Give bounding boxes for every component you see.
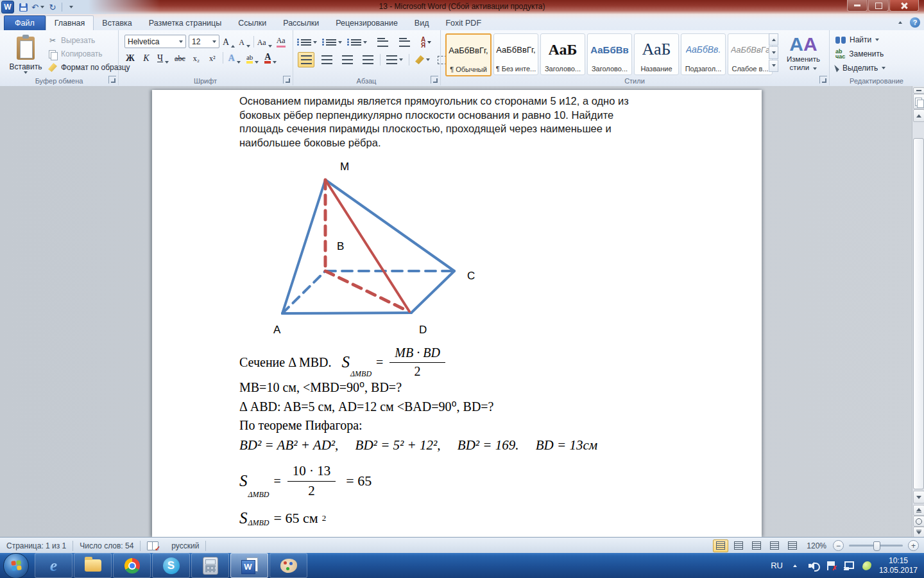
find-button[interactable]: Найти: [835, 35, 886, 44]
document-page[interactable]: Основанием пирамиды является прямоугольн…: [152, 90, 762, 537]
start-button[interactable]: [3, 553, 29, 578]
view-web-layout-button[interactable]: [749, 539, 764, 552]
paragraph-line: наибольшее боковые рёбра.: [239, 136, 629, 150]
multilevel-list-button[interactable]: [349, 35, 369, 50]
replace-button[interactable]: abчac Заменить: [835, 49, 886, 59]
page-number-indicator[interactable]: Страница: 1 из 1: [0, 538, 73, 554]
align-center-button[interactable]: [318, 52, 335, 67]
previous-page-button[interactable]: [913, 505, 924, 516]
vertical-scrollbar[interactable]: [912, 86, 924, 537]
ruler-toggle-button[interactable]: [913, 94, 924, 109]
word-count-indicator[interactable]: Число слов: 54: [73, 538, 140, 554]
clipboard-dialog-launcher[interactable]: [108, 76, 116, 83]
view-fullscreen-reading-button[interactable]: [731, 539, 746, 552]
style-no-spacing[interactable]: АаБбВвГг, ¶ Без инте...: [493, 33, 538, 75]
clock[interactable]: 10:15 13.05.2017: [879, 556, 918, 575]
taskbar-internet-explorer[interactable]: e: [35, 553, 73, 578]
style-subtle-emphasis[interactable]: АаБбВвГг Слабое в...: [728, 33, 773, 75]
numbering-button[interactable]: [324, 35, 344, 50]
style-subtitle[interactable]: АаБбВв. Подзагол...: [681, 33, 726, 75]
split-handle[interactable]: [913, 87, 924, 94]
taskbar-chrome[interactable]: [113, 553, 151, 578]
shading-button[interactable]: [413, 52, 432, 67]
tab-foxit-pdf[interactable]: Foxit PDF: [437, 16, 490, 30]
styles-dialog-launcher[interactable]: [819, 76, 827, 83]
paste-button[interactable]: Вставить: [5, 34, 46, 82]
sort-button[interactable]: АЯ: [418, 35, 434, 50]
zoom-slider-thumb[interactable]: [873, 541, 880, 551]
view-outline-button[interactable]: [767, 539, 782, 552]
text-effects-button[interactable]: А: [228, 52, 241, 64]
font-family-combo[interactable]: Helvetica: [124, 35, 186, 48]
style-normal[interactable]: АаБбВвГг, ¶ Обычный: [445, 33, 492, 76]
network-button[interactable]: [843, 560, 855, 572]
underline-button[interactable]: Ч: [157, 52, 169, 64]
tab-insert[interactable]: Вставка: [94, 16, 140, 30]
taskbar-file-explorer[interactable]: [74, 553, 112, 578]
taskbar-calculator[interactable]: [191, 553, 229, 578]
tab-review[interactable]: Рецензирование: [327, 16, 406, 30]
tray-app-button[interactable]: [861, 560, 873, 572]
grow-font-button[interactable]: А: [222, 36, 235, 48]
tab-references[interactable]: Ссылки: [230, 16, 275, 30]
language-indicator[interactable]: русский: [165, 538, 205, 554]
show-hidden-icons-button[interactable]: [789, 560, 801, 572]
zoom-slider[interactable]: [849, 545, 903, 547]
font-size-combo[interactable]: 12: [189, 35, 219, 48]
style-title[interactable]: АаБ Название: [634, 33, 679, 75]
tab-home[interactable]: Главная: [46, 15, 94, 30]
taskbar-skype[interactable]: S: [152, 553, 190, 578]
tab-page-layout[interactable]: Разметка страницы: [141, 16, 230, 30]
highlight-button[interactable]: ab: [246, 52, 259, 64]
bold-button[interactable]: Ж: [124, 52, 136, 64]
shrink-font-button[interactable]: А: [238, 36, 251, 48]
taskbar-word-active[interactable]: W: [230, 553, 268, 578]
subscript-button[interactable]: x₂: [191, 52, 202, 64]
help-button[interactable]: ?: [910, 17, 920, 28]
volume-button[interactable]: [807, 560, 819, 572]
minimize-button[interactable]: [847, 0, 868, 12]
spellcheck-indicator[interactable]: [141, 538, 165, 554]
tab-mailings[interactable]: Рассылки: [275, 16, 327, 30]
style-heading2[interactable]: АаБбВв Заголово...: [587, 33, 632, 75]
increase-indent-button[interactable]: [396, 35, 413, 50]
change-styles-button[interactable]: АА Изменить стили: [783, 33, 824, 81]
action-center-button[interactable]: ✗: [825, 560, 837, 572]
paragraph-dialog-launcher[interactable]: [431, 76, 438, 83]
scroll-down-button[interactable]: [913, 491, 924, 504]
clear-formatting-button[interactable]: Аа: [275, 36, 287, 48]
italic-button[interactable]: К: [141, 52, 152, 64]
restore-button[interactable]: [868, 0, 889, 12]
style-heading1[interactable]: АаБ Заголово...: [540, 33, 585, 75]
align-left-button[interactable]: [298, 52, 314, 67]
font-dialog-launcher[interactable]: [283, 76, 291, 83]
tab-file[interactable]: Файл: [4, 15, 46, 30]
change-case-button[interactable]: Аа: [257, 36, 273, 48]
select-button[interactable]: Выделить: [835, 64, 886, 73]
language-badge[interactable]: RU: [771, 561, 783, 570]
zoom-out-button[interactable]: −: [833, 540, 844, 551]
zoom-in-button[interactable]: +: [908, 540, 919, 551]
styles-scroll-down[interactable]: [769, 46, 778, 58]
zoom-level-button[interactable]: 120%: [803, 541, 830, 550]
collapse-ribbon-button[interactable]: [896, 18, 905, 27]
scrollbar-thumb[interactable]: [913, 138, 924, 489]
superscript-button[interactable]: x²: [207, 52, 218, 64]
strikethrough-button[interactable]: abc: [174, 52, 186, 64]
select-browse-object-button[interactable]: [913, 516, 924, 527]
styles-scroll-up[interactable]: [769, 33, 778, 46]
align-right-button[interactable]: [339, 52, 355, 67]
view-draft-button[interactable]: [785, 539, 800, 552]
decrease-indent-button[interactable]: [374, 35, 391, 50]
close-button[interactable]: [889, 0, 919, 12]
justify-button[interactable]: [359, 52, 376, 67]
line-spacing-button[interactable]: [384, 52, 405, 67]
view-print-layout-button[interactable]: [713, 539, 728, 552]
taskbar-paint[interactable]: [270, 553, 307, 578]
tab-view[interactable]: Вид: [406, 16, 438, 30]
bullets-button[interactable]: [299, 35, 319, 50]
font-color-button[interactable]: А: [264, 52, 277, 64]
next-page-button[interactable]: [913, 527, 924, 537]
styles-gallery-expand[interactable]: [769, 60, 778, 72]
scroll-up-button[interactable]: [913, 109, 924, 122]
